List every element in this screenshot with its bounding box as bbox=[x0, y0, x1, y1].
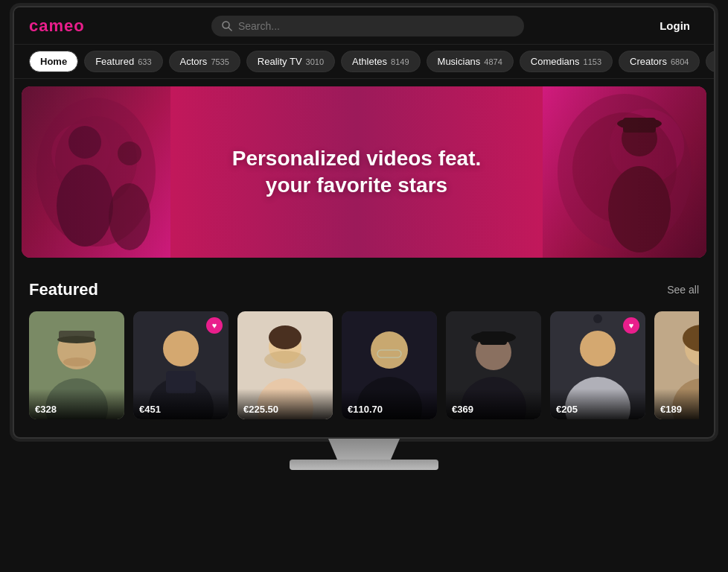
nav-count: 1153 bbox=[584, 57, 601, 66]
card-image: €205 ♥ bbox=[550, 311, 645, 419]
nav-label: Reality TV bbox=[258, 56, 302, 67]
svg-rect-35 bbox=[480, 331, 507, 345]
card-price: €328 bbox=[29, 389, 124, 419]
monitor-stand bbox=[319, 439, 409, 460]
nav-count: 633 bbox=[138, 57, 151, 66]
svg-point-24 bbox=[264, 351, 306, 369]
logo-text: cameo bbox=[29, 16, 85, 35]
featured-card[interactable]: €225.50 bbox=[237, 311, 333, 419]
logo[interactable]: cameo bbox=[29, 16, 85, 36]
svg-point-37 bbox=[580, 331, 616, 366]
card-price: €205 bbox=[550, 389, 645, 419]
heart-icon[interactable]: ♥ bbox=[623, 317, 639, 334]
svg-point-17 bbox=[63, 358, 90, 366]
monitor-base bbox=[290, 460, 438, 470]
nav-item-actors[interactable]: Actors7535 bbox=[169, 51, 240, 72]
nav-label: Home bbox=[40, 56, 67, 67]
section-header: Featured See all bbox=[29, 280, 699, 299]
featured-section: Featured See all €328 bbox=[14, 265, 714, 437]
nav-label: Musicians bbox=[438, 56, 481, 67]
nav-item-creators[interactable]: Creators6804 bbox=[619, 51, 700, 72]
nav-label: Featured bbox=[95, 56, 134, 67]
nav-item-reality-tv[interactable]: Reality TV3010 bbox=[246, 51, 335, 72]
featured-card[interactable]: €110.70 bbox=[342, 311, 437, 419]
header: cameo Login bbox=[14, 7, 714, 45]
card-image: €225.50 bbox=[237, 311, 333, 419]
card-price: €189 bbox=[654, 389, 699, 419]
featured-card[interactable]: €328 bbox=[29, 311, 124, 419]
svg-line-1 bbox=[229, 28, 232, 31]
search-input[interactable] bbox=[238, 20, 514, 32]
card-image: €189 bbox=[654, 311, 699, 419]
nav-item-featured[interactable]: Featured633 bbox=[84, 51, 162, 72]
nav-count: 7535 bbox=[211, 57, 229, 66]
nav-item-comedians[interactable]: Comedians1153 bbox=[520, 51, 613, 72]
card-price: €369 bbox=[446, 389, 541, 419]
card-image: €328 bbox=[29, 311, 124, 419]
nav-bar: HomeFeatured633Actors7535Reality TV3010A… bbox=[14, 45, 714, 79]
featured-title: Featured bbox=[29, 280, 98, 299]
login-button[interactable]: Login bbox=[651, 15, 699, 36]
featured-card[interactable]: €451 ♥ bbox=[133, 311, 229, 419]
nav-item-home[interactable]: Home bbox=[29, 51, 78, 72]
nav-label: Athletes bbox=[352, 56, 387, 67]
svg-point-26 bbox=[269, 325, 301, 349]
nav-count: 4874 bbox=[484, 57, 502, 66]
card-image: €110.70 bbox=[342, 311, 437, 419]
nav-label: Creators bbox=[630, 56, 667, 67]
heart-icon[interactable]: ♥ bbox=[206, 317, 223, 334]
card-price: €225.50 bbox=[237, 389, 333, 419]
svg-point-19 bbox=[163, 331, 199, 366]
search-icon bbox=[222, 21, 232, 31]
see-all-link[interactable]: See all bbox=[667, 284, 699, 296]
card-price: €110.70 bbox=[342, 389, 437, 419]
featured-card[interactable]: €189 bbox=[654, 311, 699, 419]
cards-container: €328 €451 ♥ €225.50 bbox=[29, 311, 699, 422]
hero-banner: Personalized videos feat. your favorite … bbox=[22, 86, 706, 258]
hero-center: Personalized videos feat. your favorite … bbox=[170, 86, 543, 258]
nav-label: Actors bbox=[180, 56, 208, 67]
nav-count: 8149 bbox=[391, 57, 409, 66]
svg-point-16 bbox=[57, 336, 96, 343]
featured-card[interactable]: €369 bbox=[446, 311, 541, 419]
search-bar[interactable] bbox=[211, 16, 524, 36]
svg-point-39 bbox=[593, 314, 602, 323]
card-image: €451 ♥ bbox=[133, 311, 229, 419]
nav-count: 3010 bbox=[306, 57, 324, 66]
nav-label: Comedians bbox=[531, 56, 580, 67]
nav-item-musicians[interactable]: Musicians4874 bbox=[427, 51, 514, 72]
nav-item-all-categories[interactable]: All categories668 bbox=[706, 51, 714, 72]
card-price: €451 bbox=[133, 389, 229, 419]
featured-card[interactable]: €205 ♥ bbox=[550, 311, 645, 419]
hero-title: Personalized videos feat. your favorite … bbox=[232, 145, 482, 200]
nav-item-athletes[interactable]: Athletes8149 bbox=[341, 51, 420, 72]
nav-count: 6804 bbox=[671, 57, 689, 66]
card-image: €369 bbox=[446, 311, 541, 419]
